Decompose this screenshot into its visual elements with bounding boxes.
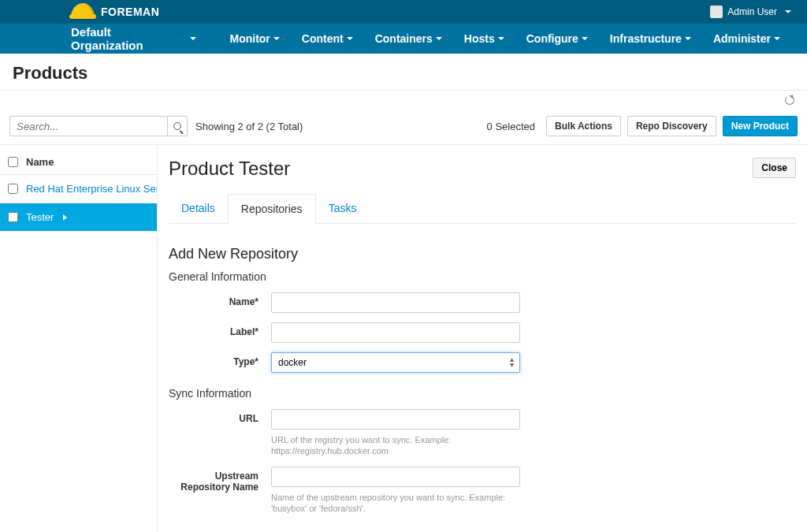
toolbar-right: 0 Selected Bulk Actions Repo Discovery N… [487,116,798,136]
nav-infrastructure[interactable]: Infrastructure [599,24,702,54]
type-select-wrap: docker ▴▾ [271,352,520,373]
nav-monitor[interactable]: Monitor [218,24,290,54]
header-refresh-row [0,91,807,108]
upstream-help-text: Name of the upstream repository you want… [271,492,520,515]
toolbar: Showing 2 of 2 (2 Total) 0 Selected Bulk… [0,108,807,145]
label-input[interactable] [271,322,520,343]
label-type: Type* [169,352,271,367]
chevron-down-icon [685,37,691,40]
chevron-down-icon [273,37,280,40]
name-input[interactable] [271,292,520,313]
list-item[interactable]: Red Hat Enterprise Linux Serv [0,175,157,203]
user-avatar-icon [710,6,723,18]
tabs: Details Repositories Tasks [169,194,796,224]
nav-label: Infrastructure [610,32,682,45]
list-item-label: Red Hat Enterprise Linux Serv [26,183,157,195]
nav-label: Hosts [464,32,495,45]
brand-wrap: FOREMAN [71,3,159,20]
section-title: Add New Repository [169,246,796,262]
selected-count: 0 Selected [487,121,535,132]
nav-label: Configure [526,32,578,45]
nav-hosts[interactable]: Hosts [453,24,515,54]
url-input[interactable] [271,409,520,430]
name-column-header: Name [26,156,54,168]
nav-administer[interactable]: Administer [702,24,791,54]
nav-items: Monitor Content Containers Hosts Configu… [218,24,701,54]
list-item-label: Tester [26,211,54,223]
sidebar: Name Red Hat Enterprise Linux Serv Teste… [0,145,158,532]
bulk-actions-button[interactable]: Bulk Actions [546,116,621,136]
label-label: Label* [169,322,271,337]
body-split: Name Red Hat Enterprise Linux Serv Teste… [0,145,807,532]
label-upstream: Upstream Repository Name [169,467,271,493]
chevron-down-icon [498,37,504,40]
row-checkbox[interactable] [8,184,18,194]
tab-details[interactable]: Details [169,194,228,223]
subsection-sync: Sync Information [169,387,796,400]
search-icon [173,122,181,130]
user-name: Admin User [727,6,777,17]
form-row-label: Label* [169,322,796,343]
detail-head: Product Tester Close [169,158,796,180]
form-row-type: Type* docker ▴▾ [169,352,796,373]
close-button[interactable]: Close [753,158,796,178]
chevron-right-icon [63,214,67,221]
page-header: Products [0,54,807,91]
repo-discovery-button[interactable]: Repo Discovery [627,116,716,136]
nav-containers[interactable]: Containers [364,24,453,54]
tab-tasks[interactable]: Tasks [316,194,370,223]
label-name: Name* [169,292,271,307]
logo-hardhat-icon [71,3,95,20]
label-url: URL [169,409,271,424]
chevron-down-icon [436,37,442,40]
select-all-checkbox[interactable] [8,157,18,167]
page-title: Products [13,63,794,84]
list-item[interactable]: Tester [0,203,157,232]
org-name: Default Organization [71,25,182,52]
detail-title: Product Tester [169,158,290,180]
search-button[interactable] [167,116,188,136]
nav-configure[interactable]: Configure [515,24,599,54]
search-wrap [9,116,188,136]
tab-repositories[interactable]: Repositories [228,194,316,224]
chevron-down-icon [190,37,196,40]
nav-right: Administer [702,24,791,54]
form-row-name: Name* [169,292,796,313]
chevron-down-icon [582,37,588,40]
nav-label: Content [302,32,344,45]
type-select[interactable]: docker [271,352,520,373]
nav-label: Monitor [229,32,270,45]
subsection-general: General Information [169,270,796,283]
nav-label: Containers [375,32,433,45]
detail-panel: Product Tester Close Details Repositorie… [158,145,807,532]
brand-text: FOREMAN [101,6,159,18]
upstream-input[interactable] [271,467,520,487]
refresh-icon [785,95,794,105]
search-input[interactable] [9,116,167,136]
row-checkbox[interactable] [8,212,18,222]
form-row-url: URL URL of the registry you want to sync… [169,409,796,457]
user-menu[interactable]: Admin User [710,6,791,18]
sidebar-header: Name [0,150,157,175]
refresh-button[interactable] [782,92,798,108]
nav-label: Administer [713,32,771,45]
chevron-down-icon [774,37,780,40]
chevron-down-icon [347,37,353,40]
form-row-upstream: Upstream Repository Name Name of the ups… [169,467,796,515]
chevron-down-icon [785,10,791,13]
new-product-button[interactable]: New Product [723,116,798,136]
topbar: FOREMAN Admin User [0,0,807,24]
url-help-text: URL of the registry you want to sync. Ex… [271,434,520,457]
org-switcher[interactable]: Default Organization [71,25,207,52]
main-nav: Default Organization Monitor Content Con… [0,24,807,54]
showing-text: Showing 2 of 2 (2 Total) [195,121,303,132]
nav-content[interactable]: Content [291,24,364,54]
